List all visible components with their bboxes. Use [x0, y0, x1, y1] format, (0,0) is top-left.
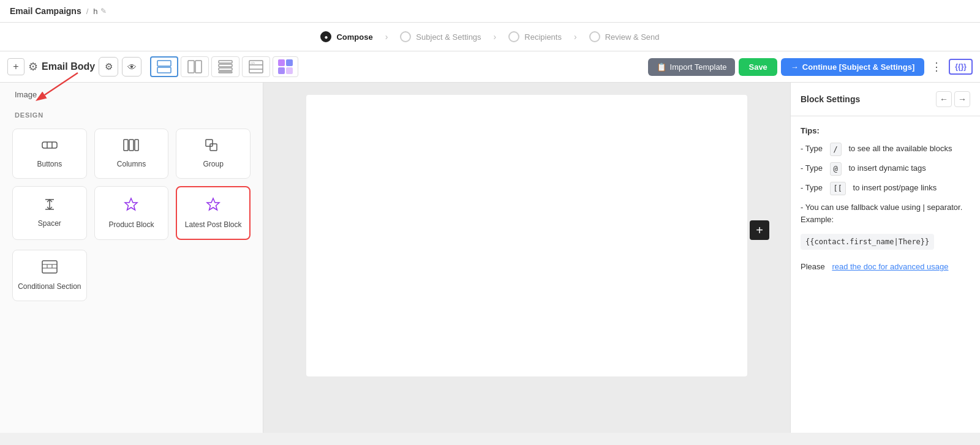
svg-rect-9 — [219, 72, 232, 73]
tip-doc-link: Please read the doc for advanced usage — [801, 261, 970, 273]
tip-example: {{contact.first_name|There}} — [801, 231, 970, 250]
body-area: Image DESIGN Buttons — [0, 83, 980, 433]
group-icon — [205, 139, 221, 155]
left-panel: Image DESIGN Buttons — [0, 83, 263, 433]
tip-3-code: [[ — [830, 182, 846, 195]
block-item-columns[interactable]: Columns — [94, 129, 169, 179]
wizard-step-circle-recipients — [508, 31, 519, 42]
import-icon: 📋 — [657, 62, 666, 72]
template-layout-4[interactable]: </> — [242, 56, 270, 77]
email-canvas: + — [306, 95, 747, 376]
wizard-arrow-2: › — [494, 32, 497, 42]
latest-post-block-label: Latest Post Block — [185, 220, 242, 229]
product-block-star-icon — [124, 197, 138, 215]
svg-rect-24 — [206, 140, 213, 146]
right-panel: Block Settings ← → Tips: - Type / to see… — [790, 83, 980, 433]
tip-3: - Type [[ to insert post/page links — [801, 182, 970, 195]
breadcrumb-sub: h ✎ — [93, 7, 106, 16]
breadcrumb: Email Campaigns / h ✎ — [0, 0, 980, 23]
product-block-label: Product Block — [108, 220, 154, 229]
right-panel-nav: ← → — [936, 91, 970, 107]
toolbar-title: Email Body — [42, 61, 95, 72]
svg-rect-31 — [42, 261, 57, 273]
svg-rect-25 — [210, 144, 217, 151]
image-label: Image — [0, 83, 263, 104]
wizard-arrow-3: › — [574, 32, 577, 42]
tip-example-code: {{contact.first_name|There}} — [801, 234, 934, 250]
doc-link[interactable]: read the doc for advanced usage — [832, 261, 948, 273]
tip-3-prefix: - Type — [801, 182, 823, 194]
save-button[interactable]: Save — [739, 58, 777, 76]
wizard-bar: ● Compose › Subject & Settings › Recipie… — [0, 23, 980, 51]
wizard-step-circle-compose: ● — [320, 31, 331, 42]
continue-button[interactable]: → Continue [Subject & Settings] — [781, 58, 924, 76]
block-grid-row1: Buttons Columns — [0, 124, 263, 245]
block-item-latest-post-block[interactable]: Latest Post Block — [176, 186, 251, 240]
tip-2: - Type @ to insert dynamic tags — [801, 162, 970, 176]
wizard-step-recipients[interactable]: Recipients — [508, 31, 562, 42]
wizard-step-subject[interactable]: Subject & Settings — [400, 31, 481, 42]
block-item-spacer[interactable]: Spacer — [12, 186, 87, 240]
wizard-step-circle-subject — [400, 31, 411, 42]
wizard-step-circle-review — [589, 31, 600, 42]
code-button[interactable]: {{}} — [949, 59, 973, 75]
block-settings-title: Block Settings — [801, 94, 860, 104]
tip-3-suffix: to insert post/page links — [853, 182, 937, 194]
buttons-label: Buttons — [37, 160, 62, 168]
spacer-label: Spacer — [38, 219, 61, 228]
conditional-section-icon — [42, 260, 58, 277]
wizard-step-label-recipients: Recipients — [524, 32, 562, 42]
main-toolbar: + ⚙ Email Body ⚙ 👁 — [0, 51, 980, 83]
tip-1: - Type / to see all the available blocks — [801, 143, 970, 156]
svg-rect-18 — [42, 142, 57, 148]
svg-rect-4 — [188, 61, 194, 73]
wizard-step-label-review: Review & Send — [605, 32, 660, 42]
breadcrumb-main: Email Campaigns — [10, 6, 81, 16]
spacer-icon — [42, 198, 58, 214]
drag-template-button[interactable] — [273, 56, 298, 77]
svg-rect-5 — [195, 61, 202, 73]
preview-button[interactable]: 👁 — [122, 57, 141, 77]
svg-rect-3 — [157, 67, 171, 73]
right-panel-body: Tips: - Type / to see all the available … — [791, 116, 980, 433]
breadcrumb-edit-icon[interactable]: ✎ — [100, 7, 107, 15]
block-item-product-block[interactable]: Product Block — [94, 186, 169, 240]
import-template-button[interactable]: 📋 Import Template — [648, 58, 736, 76]
wizard-step-compose[interactable]: ● Compose — [320, 31, 372, 42]
tip-2-code: @ — [830, 162, 842, 176]
settings-button[interactable]: ⚙ — [99, 57, 118, 77]
layout-1-icon — [157, 60, 172, 73]
svg-rect-14 — [278, 59, 285, 66]
nav-forward-button[interactable]: → — [954, 91, 970, 107]
block-item-group[interactable]: Group — [176, 129, 251, 179]
template-layout-1[interactable] — [150, 56, 178, 77]
template-layout-icons: </> — [150, 56, 298, 77]
block-item-buttons[interactable]: Buttons — [12, 129, 87, 179]
columns-label: Columns — [117, 160, 146, 168]
tip-2-suffix: to insert dynamic tags — [848, 162, 925, 174]
tip-2-prefix: - Type — [801, 162, 823, 174]
canvas-add-block-button[interactable]: + — [750, 220, 769, 240]
template-layout-3[interactable] — [211, 56, 239, 77]
buttons-icon — [42, 139, 58, 155]
tip-4: - You can use fallback value using | sep… — [801, 201, 970, 225]
drag-icon — [277, 59, 293, 75]
columns-icon — [123, 139, 139, 155]
breadcrumb-separator: / — [86, 7, 89, 16]
continue-arrow-icon: → — [791, 62, 799, 72]
plus-icon: + — [756, 224, 763, 236]
nav-back-button[interactable]: ← — [936, 91, 952, 107]
wizard-step-label-subject: Subject & Settings — [416, 32, 481, 42]
canvas-area: + — [263, 83, 790, 433]
template-layout-2[interactable] — [181, 56, 209, 77]
tip-1-prefix: - Type — [801, 143, 823, 155]
layout-3-icon — [218, 60, 233, 73]
block-item-conditional-section[interactable]: Conditional Section — [12, 250, 87, 301]
svg-rect-21 — [124, 140, 128, 151]
more-options-button[interactable]: ⋮ — [928, 58, 945, 75]
eye-icon: 👁 — [127, 62, 137, 72]
add-block-button[interactable]: + — [7, 58, 24, 75]
svg-rect-2 — [157, 61, 171, 66]
wizard-step-review[interactable]: Review & Send — [589, 31, 660, 42]
svg-rect-8 — [219, 68, 232, 70]
